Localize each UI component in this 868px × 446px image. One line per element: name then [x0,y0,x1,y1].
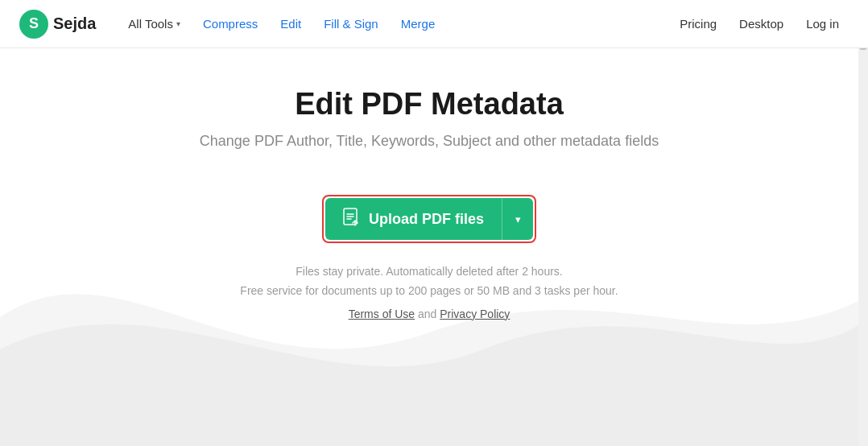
upload-btn-main: Upload PDF files [325,198,502,240]
pdf-upload-icon [343,208,361,231]
upload-dropdown-arrow[interactable]: ▾ [502,198,533,240]
nav-fill-sign[interactable]: Fill & Sign [314,10,388,37]
nav-login[interactable]: Log in [796,10,849,37]
chevron-down-icon: ▾ [515,213,521,225]
upload-button-wrapper: Upload PDF files ▾ [325,198,533,240]
logo-text: Sejda [53,14,96,33]
page-subtitle: Change PDF Author, Title, Keywords, Subj… [200,133,659,150]
main-content: Edit PDF Metadata Change PDF Author, Tit… [0,48,858,446]
page-title: Edit PDF Metadata [295,87,564,122]
nav-right: Pricing Desktop Log in [670,10,849,37]
nav-all-tools[interactable]: All Tools ▾ [118,10,190,37]
nav-left: All Tools ▾ Compress Edit Fill & Sign Me… [118,10,670,37]
nav-merge[interactable]: Merge [391,10,445,37]
chevron-down-icon: ▾ [176,19,180,28]
nav-pricing[interactable]: Pricing [670,10,726,37]
content-area: Edit PDF Metadata Change PDF Author, Tit… [0,48,858,320]
privacy-policy-link[interactable]: Privacy Policy [440,308,510,320]
terms-line: Terms of Use and Privacy Policy [349,308,510,320]
scrollbar[interactable] [858,0,868,446]
nav-compress[interactable]: Compress [193,10,267,37]
nav-desktop[interactable]: Desktop [730,10,793,37]
info-text: Files stay private. Automatically delete… [240,262,618,301]
terms-of-use-link[interactable]: Terms of Use [349,308,415,320]
header: S Sejda All Tools ▾ Compress Edit Fill &… [0,0,868,48]
logo-icon: S [19,10,48,39]
logo-area[interactable]: S Sejda [19,10,96,39]
nav-edit[interactable]: Edit [271,10,311,37]
upload-pdf-button[interactable]: Upload PDF files ▾ [325,198,533,240]
